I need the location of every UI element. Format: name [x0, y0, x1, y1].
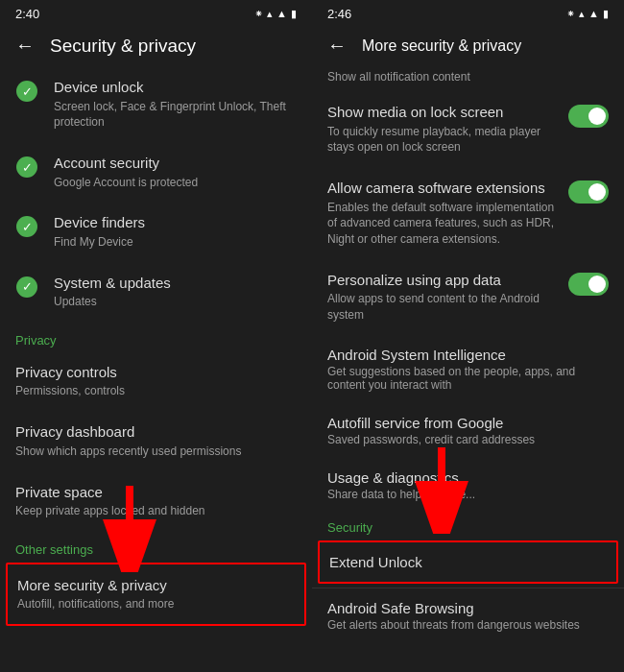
safe-browsing-item[interactable]: Android Safe Browsing Get alerts about t…	[312, 588, 624, 643]
right-panel: 2:46 ⁕ ▴ ▲ ▮ ← More security & privacy S…	[312, 0, 624, 672]
privacy-controls-title: Privacy controls	[15, 363, 297, 382]
show-media-subtitle: To quickly resume playback, media player…	[327, 124, 557, 156]
show-media-title: Show media on lock screen	[327, 103, 557, 122]
private-space-subtitle: Keep private apps locked and hidden	[15, 503, 297, 519]
camera-extensions-title: Allow camera software extensions	[327, 179, 557, 198]
status-icons-right: ⁕ ▴ ▲ ▮	[566, 8, 609, 20]
account-security-subtitle: Google Account is protected	[54, 175, 297, 191]
android-intelligence-item[interactable]: Android System Intelligence Get suggesti…	[312, 335, 624, 403]
system-updates-icon: ✓	[15, 276, 38, 299]
extend-unlock-item[interactable]: Extend Unlock	[318, 540, 618, 584]
other-settings-label: Other settings	[0, 531, 312, 561]
device-unlock-subtitle: Screen lock, Face & Fingerprint Unlock, …	[54, 99, 297, 132]
show-media-item[interactable]: Show media on lock screen To quickly res…	[312, 91, 624, 167]
autofill-title: Autofill service from Google	[327, 415, 609, 431]
privacy-controls-subtitle: Permissions, controls	[15, 383, 297, 399]
signal-icon: ▲	[276, 8, 287, 19]
usage-diagnostics-subtitle: Share data to help improve...	[327, 488, 609, 501]
back-button-left[interactable]: ←	[15, 35, 35, 57]
right-header: ← More security & privacy	[312, 27, 624, 66]
battery-icon: ▮	[291, 8, 297, 20]
safe-browsing-title: Android Safe Browsing	[327, 600, 609, 616]
left-content: ✓ Device unlock Screen lock, Face & Fing…	[0, 66, 312, 672]
status-time-right: 2:46	[327, 7, 351, 21]
privacy-dashboard-title: Privacy dashboard	[15, 422, 297, 442]
check-icon-4: ✓	[16, 276, 37, 298]
system-updates-text: System & updates Updates	[54, 274, 297, 310]
more-security-item[interactable]: More security & privacy Autofill, notifi…	[6, 563, 306, 626]
personalize-item[interactable]: Personalize using app data Allow apps to…	[312, 259, 624, 335]
usage-diagnostics-title: Usage & diagnostics	[327, 469, 609, 486]
check-icon-3: ✓	[16, 216, 37, 237]
show-media-text: Show media on lock screen To quickly res…	[327, 103, 557, 156]
camera-extensions-subtitle: Enables the default software implementat…	[327, 200, 557, 248]
back-button-right[interactable]: ←	[327, 35, 347, 57]
system-updates-subtitle: Updates	[54, 294, 297, 310]
extend-unlock-title: Extend Unlock	[329, 554, 607, 570]
device-unlock-icon: ✓	[15, 80, 38, 103]
wifi-icon-r: ▴	[579, 8, 585, 20]
autofill-item[interactable]: Autofill service from Google Saved passw…	[312, 403, 624, 458]
camera-extensions-item[interactable]: Allow camera software extensions Enables…	[312, 167, 624, 259]
check-icon-2: ✓	[16, 156, 37, 178]
private-space-title: Private space	[15, 483, 297, 502]
wifi-icon: ▴	[267, 8, 273, 20]
device-unlock-title: Device unlock	[54, 78, 297, 97]
left-header: ← Security & privacy	[0, 27, 312, 66]
status-bar-right: 2:46 ⁕ ▴ ▲ ▮	[312, 0, 624, 27]
status-icons-left: ⁕ ▴ ▲ ▮	[254, 8, 297, 20]
signal-icon-r: ▲	[588, 8, 599, 19]
show-media-toggle[interactable]	[568, 105, 609, 128]
privacy-section-label: Privacy	[0, 322, 312, 351]
bluetooth-icon: ⁕	[254, 8, 263, 20]
device-finders-icon: ✓	[15, 215, 38, 238]
personalize-toggle[interactable]	[568, 273, 609, 296]
status-bar-left: 2:40 ⁕ ▴ ▲ ▮	[0, 0, 312, 27]
more-security-title: More security & privacy	[17, 576, 295, 595]
camera-extensions-text: Allow camera software extensions Enables…	[327, 179, 557, 248]
bluetooth-icon-r: ⁕	[566, 8, 575, 20]
account-security-icon: ✓	[15, 156, 38, 179]
device-finders-subtitle: Find My Device	[54, 234, 297, 251]
private-space-text: Private space Keep private apps locked a…	[15, 483, 297, 519]
privacy-controls-item[interactable]: Privacy controls Permissions, controls	[0, 351, 312, 411]
android-intelligence-title: Android System Intelligence	[327, 347, 609, 363]
device-unlock-text: Device unlock Screen lock, Face & Finger…	[54, 78, 297, 131]
personalize-title: Personalize using app data	[327, 271, 557, 290]
system-updates-title: System & updates	[54, 274, 297, 293]
device-finders-title: Device finders	[54, 213, 297, 232]
system-updates-item[interactable]: ✓ System & updates Updates	[0, 262, 312, 322]
personalize-text: Personalize using app data Allow apps to…	[327, 271, 557, 324]
privacy-dashboard-text: Privacy dashboard Show which apps recent…	[15, 422, 297, 459]
check-icon-1: ✓	[16, 81, 37, 102]
device-finders-text: Device finders Find My Device	[54, 213, 297, 250]
autofill-subtitle: Saved passwords, credit card addresses	[327, 433, 609, 446]
android-intelligence-subtitle: Get suggestions based on the people, app…	[327, 365, 609, 392]
security-section-label: Security	[312, 513, 624, 539]
camera-extensions-toggle[interactable]	[568, 180, 609, 204]
left-panel: 2:40 ⁕ ▴ ▲ ▮ ← Security & privacy ✓ Devi…	[0, 0, 312, 672]
safe-browsing-subtitle: Get alerts about threats from dangerous …	[327, 618, 609, 632]
account-security-text: Account security Google Account is prote…	[54, 154, 297, 190]
privacy-controls-text: Privacy controls Permissions, controls	[15, 363, 297, 399]
device-finders-item[interactable]: ✓ Device finders Find My Device	[0, 202, 312, 261]
battery-icon-r: ▮	[603, 8, 609, 20]
private-space-item[interactable]: Private space Keep private apps locked a…	[0, 471, 312, 531]
privacy-dashboard-item[interactable]: Privacy dashboard Show which apps recent…	[0, 411, 312, 470]
more-security-text: More security & privacy Autofill, notifi…	[17, 576, 295, 612]
left-page-title: Security & privacy	[50, 36, 196, 57]
status-time-left: 2:40	[15, 7, 39, 21]
right-page-title: More security & privacy	[362, 37, 521, 55]
personalize-subtitle: Allow apps to send content to the Androi…	[327, 291, 557, 324]
privacy-dashboard-subtitle: Show which apps recently used permission…	[15, 444, 297, 460]
account-security-item[interactable]: ✓ Account security Google Account is pro…	[0, 142, 312, 202]
usage-diagnostics-item[interactable]: Usage & diagnostics Share data to help i…	[312, 458, 624, 513]
account-security-title: Account security	[54, 154, 297, 173]
more-security-subtitle: Autofill, notifications, and more	[17, 596, 295, 612]
top-note: Show all notification content	[312, 66, 624, 91]
device-unlock-item[interactable]: ✓ Device unlock Screen lock, Face & Fing…	[0, 66, 312, 142]
